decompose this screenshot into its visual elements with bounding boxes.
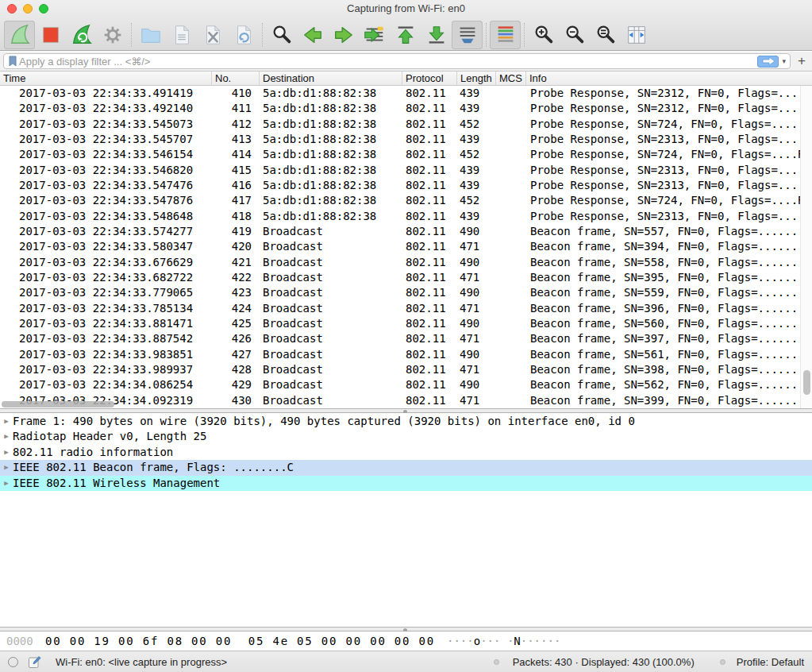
- packet-row[interactable]: 2017-03-03 22:34:33.5486484185a:db:d1:88…: [0, 209, 812, 224]
- toolbar: [0, 18, 812, 51]
- start-capture-icon: [8, 23, 32, 47]
- hex-bytes[interactable]: 00 00 19 00 6f 08 00 00 05 4e 05 00 00 0…: [45, 635, 435, 647]
- detail-row[interactable]: ▶Radiotap Header v0, Length 25: [0, 429, 812, 444]
- packet-cell-time: 2017-03-03 22:34:33.545707: [0, 132, 212, 147]
- packet-cell-proto: 802.11: [402, 331, 457, 346]
- packet-row[interactable]: 2017-03-03 22:34:33.989937428Broadcast80…: [0, 362, 812, 377]
- expert-info-button[interactable]: [8, 657, 18, 667]
- detail-row[interactable]: ▶Frame 1: 490 bytes on wire (3920 bits),…: [0, 414, 812, 429]
- column-header-time[interactable]: Time: [0, 71, 212, 85]
- open-file-button[interactable]: [135, 21, 166, 49]
- close-window-button[interactable]: [7, 4, 17, 14]
- packet-row[interactable]: 2017-03-03 22:34:33.881471425Broadcast80…: [0, 316, 812, 331]
- packet-row[interactable]: 2017-03-03 22:34:33.5478764175a:db:d1:88…: [0, 193, 812, 208]
- packet-row[interactable]: 2017-03-03 22:34:33.983851427Broadcast80…: [0, 347, 812, 362]
- profile-text[interactable]: Profile: Default: [737, 656, 804, 668]
- hex-ascii[interactable]: ····o··· ·N······: [447, 635, 560, 647]
- detail-row[interactable]: ▶802.11 radio information: [0, 445, 812, 460]
- auto-scroll-button[interactable]: [452, 21, 483, 49]
- toolbar-separator: [262, 23, 263, 47]
- vertical-scrollbar[interactable]: [800, 86, 812, 408]
- packet-cell-info: Beacon frame, SN=558, FN=0, Flags=......…: [526, 255, 812, 270]
- expand-triangle-icon[interactable]: ▶: [0, 445, 13, 460]
- packet-cell-info: Probe Response, SN=2312, FN=0, Flags=...…: [526, 101, 812, 116]
- packet-cell-dest: Broadcast: [260, 377, 402, 392]
- packet-cell-len: 490: [457, 285, 496, 300]
- packet-row[interactable]: 2017-03-03 22:34:33.676629421Broadcast80…: [0, 255, 812, 270]
- colorize-packets-button[interactable]: [490, 21, 521, 49]
- column-header-no[interactable]: No.: [212, 71, 260, 85]
- go-to-packet-button[interactable]: [359, 21, 390, 49]
- packet-row[interactable]: 2017-03-03 22:34:33.580347420Broadcast80…: [0, 239, 812, 254]
- go-forward-button[interactable]: [328, 21, 359, 49]
- filter-bookmark-icon[interactable]: [6, 55, 19, 68]
- close-file-button[interactable]: [197, 21, 228, 49]
- go-last-packet-button[interactable]: [421, 21, 452, 49]
- packet-cell-no: 411: [212, 101, 260, 116]
- column-header-len[interactable]: Length: [457, 71, 496, 85]
- column-header-proto[interactable]: Protocol: [402, 71, 457, 85]
- capture-options-button[interactable]: [97, 21, 128, 49]
- packet-cell-mcs: [496, 331, 526, 346]
- expand-triangle-icon[interactable]: ▶: [0, 414, 13, 429]
- hex-offset: 0000: [6, 635, 33, 647]
- packet-row[interactable]: 2017-03-03 22:34:33.682722422Broadcast80…: [0, 270, 812, 285]
- detail-row[interactable]: ▶IEEE 802.11 Beacon frame, Flags: ......…: [0, 460, 812, 475]
- reload-file-button[interactable]: [228, 21, 259, 49]
- filter-history-caret[interactable]: ▾: [782, 57, 786, 65]
- zoom-reset-button[interactable]: [590, 21, 621, 49]
- packet-cell-dest: 5a:db:d1:88:82:38: [260, 178, 402, 193]
- go-first-packet-button[interactable]: [390, 21, 421, 49]
- save-file-button[interactable]: [166, 21, 197, 49]
- packet-details-pane: ▶Frame 1: 490 bytes on wire (3920 bits),…: [0, 413, 812, 627]
- apply-filter-button[interactable]: [757, 56, 779, 68]
- display-filter-input[interactable]: [19, 56, 757, 68]
- packet-row[interactable]: 2017-03-03 22:34:33.4921404115a:db:d1:88…: [0, 101, 812, 116]
- packet-cell-no: 421: [212, 255, 260, 270]
- packet-row[interactable]: 2017-03-03 22:34:33.5474764165a:db:d1:88…: [0, 178, 812, 193]
- column-header-info[interactable]: Info: [526, 71, 812, 85]
- restart-capture-button[interactable]: [66, 21, 97, 49]
- packet-row[interactable]: 2017-03-03 22:34:34.086254429Broadcast80…: [0, 377, 812, 392]
- packet-row[interactable]: 2017-03-03 22:34:33.5450734125a:db:d1:88…: [0, 117, 812, 132]
- zoom-window-button[interactable]: [39, 4, 48, 14]
- resize-columns-button[interactable]: [621, 21, 652, 49]
- status-bar: Wi-Fi: en0: <live capture in progress> P…: [0, 651, 812, 672]
- minimize-window-button[interactable]: [23, 4, 33, 14]
- horizontal-scrollbar-thumb[interactable]: [2, 401, 114, 407]
- packet-cell-dest: 5a:db:d1:88:82:38: [260, 209, 402, 224]
- capture-status-text: Wi-Fi: en0: <live capture in progress>: [56, 656, 227, 668]
- expand-triangle-icon[interactable]: ▶: [0, 429, 13, 444]
- packet-row[interactable]: 2017-03-03 22:34:33.574277419Broadcast80…: [0, 224, 812, 239]
- detail-row[interactable]: ▶IEEE 802.11 Wireless Management: [0, 476, 812, 491]
- add-filter-button[interactable]: +: [795, 53, 809, 69]
- open-file-icon: [139, 23, 163, 47]
- expand-triangle-icon[interactable]: ▶: [0, 460, 13, 475]
- display-filter-field[interactable]: ▾: [3, 53, 791, 69]
- zoom-out-button[interactable]: [559, 21, 590, 49]
- packet-row[interactable]: 2017-03-03 22:34:33.5461544145a:db:d1:88…: [0, 147, 812, 162]
- packet-row[interactable]: 2017-03-03 22:34:33.5457074135a:db:d1:88…: [0, 132, 812, 147]
- packet-row[interactable]: 2017-03-03 22:34:33.779065423Broadcast80…: [0, 285, 812, 300]
- resize-columns-icon: [625, 23, 648, 47]
- start-capture-button[interactable]: [4, 21, 35, 49]
- packet-cell-info: Probe Response, SN=724, FN=0, Flags=....…: [526, 147, 812, 162]
- packet-cell-mcs: [496, 270, 526, 285]
- packet-cell-time: 2017-03-03 22:34:33.983851: [0, 347, 212, 362]
- column-header-dest[interactable]: Destination: [260, 71, 402, 85]
- packet-bytes-pane: 0000 00 00 19 00 6f 08 00 00 05 4e 05 00…: [0, 631, 812, 651]
- packet-row[interactable]: 2017-03-03 22:34:33.4914194105a:db:d1:88…: [0, 86, 812, 101]
- packet-row[interactable]: 2017-03-03 22:34:33.887542426Broadcast80…: [0, 331, 812, 346]
- zoom-in-button[interactable]: [528, 21, 559, 49]
- find-packet-button[interactable]: [266, 21, 297, 49]
- packet-cell-info: Beacon frame, SN=559, FN=0, Flags=......…: [526, 285, 812, 300]
- capture-comment-button[interactable]: [28, 655, 41, 669]
- vertical-scrollbar-thumb[interactable]: [803, 370, 810, 395]
- expand-triangle-icon[interactable]: ▶: [0, 476, 13, 491]
- packet-row[interactable]: 2017-03-03 22:34:33.785134424Broadcast80…: [0, 301, 812, 316]
- packet-row[interactable]: 2017-03-03 22:34:33.5468204155a:db:d1:88…: [0, 163, 812, 178]
- column-header-mcs[interactable]: MCS: [496, 71, 526, 85]
- go-back-button[interactable]: [297, 21, 328, 49]
- stop-capture-button[interactable]: [35, 21, 66, 49]
- packet-row[interactable]: 2017-03-03 22:34:34.092319430Broadcast80…: [0, 393, 812, 408]
